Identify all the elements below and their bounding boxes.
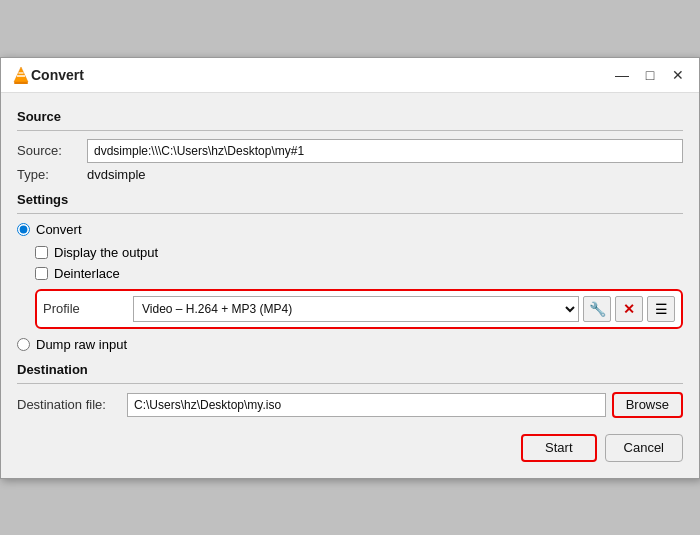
settings-section-label: Settings <box>17 192 683 207</box>
type-field-row: Type: dvdsimple <box>17 167 683 182</box>
svg-rect-1 <box>14 82 28 84</box>
vlc-icon <box>11 65 31 85</box>
browse-button[interactable]: Browse <box>612 392 683 418</box>
dest-file-input[interactable] <box>127 393 606 417</box>
cancel-button[interactable]: Cancel <box>605 434 683 462</box>
maximize-button[interactable]: □ <box>639 64 661 86</box>
source-field-row: Source: <box>17 139 683 163</box>
type-value: dvdsimple <box>87 167 146 182</box>
deinterlace-checkbox[interactable] <box>35 267 48 280</box>
wrench-icon: 🔧 <box>589 301 606 317</box>
settings-section: Settings Convert Display the output Dein… <box>17 192 683 352</box>
red-x-icon: ✕ <box>623 301 635 317</box>
close-button[interactable]: ✕ <box>667 64 689 86</box>
deinterlace-row: Deinterlace <box>35 266 683 281</box>
convert-window: Convert — □ ✕ Source Source: Type: dvdsi… <box>0 57 700 479</box>
source-section-label: Source <box>17 109 683 124</box>
dest-field-row: Destination file: Browse <box>17 392 683 418</box>
convert-radio-label[interactable]: Convert <box>36 222 82 237</box>
title-bar: Convert — □ ✕ <box>1 58 699 93</box>
window-content: Source Source: Type: dvdsimple Settings … <box>1 93 699 478</box>
convert-radio[interactable] <box>17 223 30 236</box>
minimize-button[interactable]: — <box>611 64 633 86</box>
profile-label: Profile <box>43 301 133 316</box>
dump-radio-row: Dump raw input <box>17 337 683 352</box>
dest-file-label: Destination file: <box>17 397 127 412</box>
button-row: Start Cancel <box>17 434 683 462</box>
display-output-checkbox[interactable] <box>35 246 48 259</box>
dump-radio-label[interactable]: Dump raw input <box>36 337 127 352</box>
window-title: Convert <box>31 67 611 83</box>
profile-list-button[interactable]: ☰ <box>647 296 675 322</box>
destination-section: Destination Destination file: Browse <box>17 362 683 418</box>
profile-edit-button[interactable]: 🔧 <box>583 296 611 322</box>
type-label: Type: <box>17 167 87 182</box>
list-icon: ☰ <box>655 301 668 317</box>
deinterlace-label[interactable]: Deinterlace <box>54 266 120 281</box>
svg-marker-0 <box>14 67 28 82</box>
profile-row: Profile Video – H.264 + MP3 (MP4) Video … <box>35 289 683 329</box>
dump-radio[interactable] <box>17 338 30 351</box>
convert-radio-row: Convert <box>17 222 683 237</box>
display-output-row: Display the output <box>35 245 683 260</box>
destination-divider <box>17 383 683 384</box>
profile-delete-button[interactable]: ✕ <box>615 296 643 322</box>
start-button[interactable]: Start <box>521 434 596 462</box>
destination-section-label: Destination <box>17 362 683 377</box>
profile-select[interactable]: Video – H.264 + MP3 (MP4) Video – H.265 … <box>133 296 579 322</box>
source-label: Source: <box>17 143 87 158</box>
settings-divider <box>17 213 683 214</box>
source-input[interactable] <box>87 139 683 163</box>
title-bar-controls: — □ ✕ <box>611 64 689 86</box>
source-divider <box>17 130 683 131</box>
display-output-label[interactable]: Display the output <box>54 245 158 260</box>
